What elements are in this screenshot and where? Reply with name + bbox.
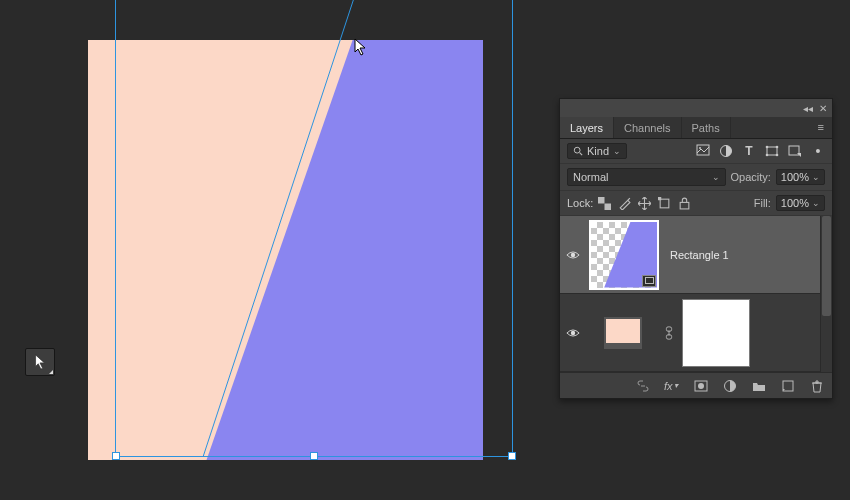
panel-tabs: Layers Channels Paths ≡	[560, 117, 832, 139]
svg-rect-13	[605, 203, 612, 210]
svg-point-10	[776, 154, 779, 157]
filter-pixel-icon[interactable]	[696, 144, 710, 158]
chevron-down-icon: ⌄	[613, 146, 621, 156]
svg-line-2	[580, 153, 583, 156]
layer-style-button[interactable]: fx▾	[664, 378, 679, 393]
lock-label: Lock:	[567, 197, 593, 209]
collapse-icon[interactable]: ◂◂	[803, 103, 813, 114]
blend-mode-dropdown[interactable]: Normal ⌄	[567, 168, 726, 186]
arrow-cursor-icon	[33, 354, 47, 370]
filter-kind-dropdown[interactable]: Kind ⌄	[567, 143, 627, 159]
adjustment-layer-button[interactable]	[722, 378, 737, 393]
opacity-label: Opacity:	[731, 171, 771, 183]
visibility-toggle[interactable]	[560, 328, 586, 338]
blend-mode-value: Normal	[573, 171, 608, 183]
delete-layer-button[interactable]	[809, 378, 824, 393]
new-layer-button[interactable]	[780, 378, 795, 393]
layers-panel: ◂◂ ✕ Layers Channels Paths ≡ Kind ⌄ T • …	[559, 98, 833, 399]
svg-rect-12	[598, 197, 605, 204]
opacity-input[interactable]: 100% ⌄	[776, 169, 825, 185]
svg-point-9	[766, 154, 769, 157]
lock-all-icon[interactable]	[678, 197, 691, 210]
direct-selection-tool-button[interactable]	[25, 348, 55, 376]
rectangle-shape[interactable]	[88, 40, 483, 460]
layer-name[interactable]: Rectangle 1	[670, 249, 729, 261]
layer-mask-button[interactable]	[693, 378, 708, 393]
svg-point-18	[571, 330, 575, 334]
panel-titlebar[interactable]: ◂◂ ✕	[560, 99, 832, 117]
tab-paths[interactable]: Paths	[682, 117, 731, 138]
visibility-toggle[interactable]	[560, 250, 586, 260]
layer-thumbnail[interactable]	[590, 221, 658, 289]
tab-layers[interactable]: Layers	[560, 117, 614, 138]
lock-pixels-icon[interactable]	[618, 197, 631, 210]
handle-bottom-right[interactable]	[508, 452, 516, 460]
blend-row: Normal ⌄ Opacity: 100% ⌄	[560, 164, 832, 191]
opacity-value: 100%	[781, 171, 809, 183]
fill-input[interactable]: 100% ⌄	[776, 195, 825, 211]
layer-row[interactable]: Rectangle 1	[560, 216, 820, 294]
filter-adjust-icon[interactable]	[719, 144, 733, 158]
eye-icon	[566, 250, 580, 260]
lock-transparency-icon[interactable]	[598, 197, 611, 210]
layers-bottom-toolbar: fx▾	[560, 372, 832, 398]
svg-rect-6	[767, 147, 777, 155]
lock-position-icon[interactable]	[638, 197, 651, 210]
svg-point-17	[571, 252, 575, 256]
link-layers-button[interactable]	[635, 378, 650, 393]
svg-point-8	[776, 146, 779, 149]
search-icon	[573, 146, 583, 156]
vector-mask-badge-icon	[642, 275, 656, 287]
svg-point-23	[698, 383, 704, 389]
scroll-thumb[interactable]	[822, 216, 831, 316]
filter-type-icons: T •	[696, 144, 825, 158]
fill-label: Fill:	[754, 197, 771, 209]
filter-toggle-icon[interactable]: •	[811, 144, 825, 158]
filter-smart-icon[interactable]	[788, 144, 802, 158]
shape-layer[interactable]	[88, 40, 483, 460]
fill-value: 100%	[781, 197, 809, 209]
panel-menu-icon[interactable]: ≡	[810, 117, 832, 138]
canvas[interactable]	[88, 40, 483, 460]
chevron-down-icon: ⌄	[812, 198, 820, 208]
lock-artboard-icon[interactable]	[658, 197, 671, 210]
filter-kind-label: Kind	[587, 145, 609, 157]
filter-type-icon[interactable]: T	[742, 144, 756, 158]
svg-rect-14	[660, 199, 669, 208]
layer-link-icon[interactable]	[660, 326, 678, 340]
group-button[interactable]	[751, 378, 766, 393]
lock-row: Lock: Fill: 100% ⌄	[560, 191, 832, 216]
filter-shape-icon[interactable]	[765, 144, 779, 158]
svg-rect-11	[789, 146, 799, 155]
svg-rect-16	[680, 202, 689, 209]
svg-point-7	[766, 146, 769, 149]
tab-channels[interactable]: Channels	[614, 117, 681, 138]
tool-expand-indicator-icon	[49, 370, 53, 374]
layer-filter-row: Kind ⌄ T •	[560, 139, 832, 164]
chevron-down-icon: ⌄	[712, 172, 720, 182]
layers-list: Rectangle 1	[560, 216, 832, 372]
layer-row[interactable]	[560, 294, 820, 372]
svg-rect-15	[658, 197, 661, 200]
layer-thumbnail[interactable]	[604, 317, 642, 349]
chevron-down-icon: ⌄	[812, 172, 820, 182]
eye-icon	[566, 328, 580, 338]
close-icon[interactable]: ✕	[819, 103, 827, 114]
svg-point-1	[574, 147, 580, 153]
layers-scrollbar[interactable]	[820, 216, 832, 372]
layer-mask-thumbnail[interactable]	[682, 299, 750, 367]
svg-rect-3	[697, 145, 709, 155]
